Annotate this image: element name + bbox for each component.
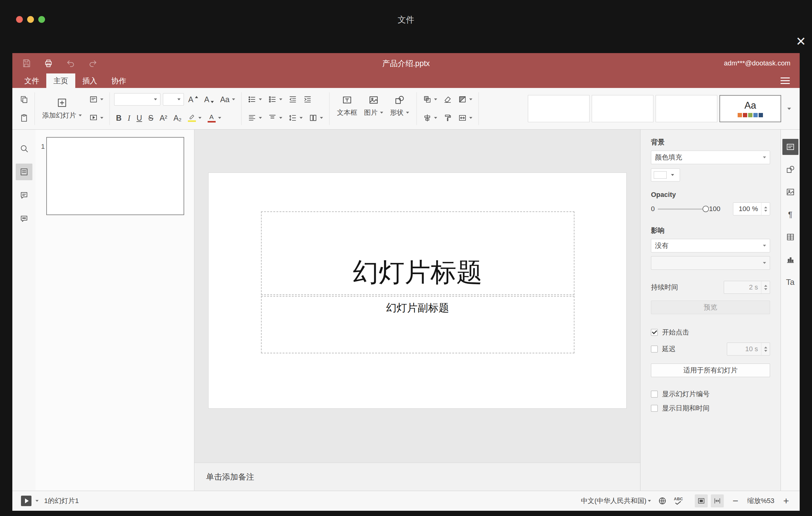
color-scheme-button[interactable] <box>456 93 474 106</box>
duration-input[interactable]: 2 s <box>724 281 770 294</box>
spellcheck-button[interactable]: ABC <box>674 497 683 505</box>
theme-option-1[interactable] <box>528 95 589 122</box>
show-slide-number-checkbox[interactable] <box>651 391 658 398</box>
theme-option-3[interactable] <box>656 95 717 122</box>
opacity-max-label: 100 <box>709 205 720 213</box>
horizontal-align-button[interactable] <box>246 112 264 124</box>
apply-to-all-slides-button[interactable]: 适用于所有幻灯片 <box>651 364 770 377</box>
start-slideshow-button[interactable] <box>87 112 105 124</box>
spinner-icon[interactable] <box>761 203 770 215</box>
delay-input[interactable]: 10 s <box>727 343 770 355</box>
tab-file[interactable]: 文件 <box>17 74 46 88</box>
insert-image-button[interactable]: 图片 <box>361 88 386 124</box>
copy-button[interactable] <box>18 93 30 106</box>
decrease-indent-button[interactable] <box>287 93 299 106</box>
theme-gallery-expand-button[interactable] <box>781 92 795 125</box>
notes-area[interactable]: 单击添加备注 <box>194 463 640 491</box>
zoom-level[interactable]: 缩放%53 <box>747 496 774 506</box>
clear-style-button[interactable] <box>441 93 454 106</box>
line-spacing-button[interactable] <box>287 112 304 124</box>
print-button[interactable] <box>44 59 53 68</box>
effect-option-select[interactable] <box>651 256 770 270</box>
spinner-icon[interactable] <box>761 281 770 293</box>
insert-shape-button[interactable]: 形状 <box>387 88 412 124</box>
search-button[interactable] <box>16 140 32 157</box>
save-button[interactable] <box>22 59 31 68</box>
superscript-button[interactable]: A² <box>158 112 169 124</box>
font-size-select[interactable] <box>163 93 184 106</box>
italic-button[interactable]: I <box>126 112 132 124</box>
numbered-list-button[interactable] <box>266 93 284 106</box>
align-objects-button[interactable] <box>421 112 439 124</box>
opacity-slider-knob[interactable] <box>702 206 709 212</box>
preview-button[interactable]: 预览 <box>651 300 770 314</box>
paragraph-settings-button[interactable]: ¶ <box>782 206 799 223</box>
bold-button[interactable]: B <box>114 112 123 124</box>
decrease-font-button[interactable]: A <box>202 94 216 105</box>
highlight-color-button[interactable] <box>186 112 203 124</box>
theme-option-2[interactable] <box>592 95 654 122</box>
redo-button[interactable] <box>88 59 97 68</box>
textart-settings-button[interactable]: Ta <box>782 274 799 290</box>
opacity-slider[interactable] <box>658 209 706 209</box>
vertical-align-button[interactable] <box>266 112 284 124</box>
effect-select[interactable]: 没有 <box>651 239 770 253</box>
theme-option-selected[interactable]: Aa <box>720 95 781 122</box>
strikethrough-button[interactable]: S <box>146 112 155 124</box>
opacity-input[interactable]: 100 % <box>733 202 770 216</box>
start-on-click-checkbox[interactable] <box>651 329 658 336</box>
background-color-picker[interactable] <box>651 169 680 181</box>
font-color-button[interactable]: A <box>206 112 223 124</box>
insert-textbox-button[interactable]: 文本框 <box>334 88 360 124</box>
increase-font-button[interactable]: A <box>186 94 200 105</box>
zoom-in-button[interactable]: + <box>781 496 791 506</box>
bullet-list-button[interactable] <box>246 93 264 106</box>
set-language-button[interactable] <box>658 496 667 506</box>
arrange-objects-button[interactable] <box>421 93 439 106</box>
subtitle-placeholder[interactable]: 幻灯片副标题 <box>261 296 575 353</box>
chevron-down-icon <box>763 156 766 158</box>
start-slideshow-statusbar-button[interactable] <box>21 496 31 506</box>
chevron-down-icon[interactable] <box>35 500 38 502</box>
slide-thumbnail[interactable] <box>46 137 184 215</box>
menu-icon[interactable] <box>781 74 790 88</box>
show-datetime-checkbox[interactable] <box>651 405 658 412</box>
tab-home[interactable]: 主页 <box>46 74 75 88</box>
slide-size-button[interactable] <box>456 112 474 124</box>
chart-settings-button[interactable] <box>782 252 799 267</box>
document-language-button[interactable]: 中文(中华人民共和国) <box>581 496 651 506</box>
columns-button[interactable] <box>307 112 325 124</box>
slide-settings-button[interactable] <box>782 139 799 155</box>
shape-settings-button[interactable] <box>782 162 799 177</box>
tab-insert[interactable]: 插入 <box>75 74 104 88</box>
title-placeholder[interactable]: 幻灯片标题 <box>261 211 575 295</box>
slides-panel-button[interactable] <box>16 164 32 180</box>
copy-style-button[interactable] <box>441 112 454 124</box>
slide-settings-panel: 背景 颜色填充 Opacity 0 100 100 % 影响 没有 持续时间 2… <box>640 130 781 491</box>
fit-to-slide-button[interactable] <box>695 494 708 507</box>
comments-button[interactable] <box>16 187 32 204</box>
slides-icon <box>20 167 29 176</box>
increase-indent-button[interactable] <box>301 93 314 106</box>
close-icon[interactable]: ✕ <box>793 34 808 49</box>
chat-button[interactable] <box>16 210 32 227</box>
undo-button[interactable] <box>66 59 75 68</box>
underline-button[interactable]: U <box>135 112 144 124</box>
background-fill-select[interactable]: 颜色填充 <box>651 151 770 164</box>
add-slide-button[interactable]: 添加幻灯片 <box>39 91 85 126</box>
spinner-icon[interactable] <box>761 343 770 355</box>
slide-layout-button[interactable] <box>87 93 105 106</box>
subscript-button[interactable]: A₂ <box>172 112 183 124</box>
change-case-button[interactable]: Aa <box>218 94 237 105</box>
zoom-out-button[interactable]: − <box>730 496 741 506</box>
image-settings-button[interactable] <box>782 184 799 200</box>
font-name-select[interactable] <box>114 93 161 106</box>
paste-button[interactable] <box>18 112 30 124</box>
slide[interactable]: 幻灯片标题 幻灯片副标题 <box>208 173 626 408</box>
save-icon <box>22 59 31 68</box>
color-swatch <box>654 171 667 179</box>
tab-collaboration[interactable]: 协作 <box>104 74 133 88</box>
delay-checkbox[interactable] <box>651 346 658 352</box>
fit-to-width-button[interactable] <box>711 494 724 507</box>
table-settings-button[interactable] <box>782 229 799 245</box>
